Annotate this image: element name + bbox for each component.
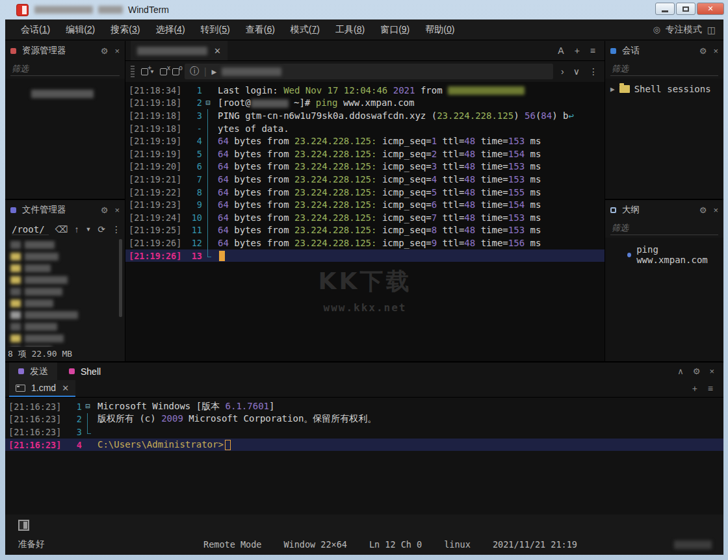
play-icon[interactable]: ▶ (212, 68, 217, 75)
chevron-down-icon[interactable]: ▼ (85, 226, 91, 233)
scrollbar[interactable] (119, 239, 122, 317)
fold-indicator-icon (82, 439, 94, 452)
menu-item-7[interactable]: 模式(7) (283, 24, 328, 36)
line-text: 64 bytes from 23.224.228.125: icmp_seq=2… (214, 149, 541, 159)
file-row[interactable] (5, 251, 125, 262)
menu-item-6[interactable]: 查看(6) (238, 24, 283, 36)
terminal-output[interactable]: KK下载 www.kkx.net [21:18:34]1Last login: … (125, 82, 604, 361)
redacted-file-name (25, 241, 55, 249)
chevron-right-icon[interactable]: › (561, 66, 564, 77)
gear-icon[interactable]: ⚙ (693, 366, 701, 376)
cmd-tab[interactable]: 1.cmd ✕ (9, 380, 75, 397)
drag-handle[interactable] (131, 66, 135, 77)
new-tab-button[interactable]: + (575, 45, 580, 56)
file-list[interactable] (5, 239, 125, 347)
new-tab-button[interactable]: + (692, 383, 697, 394)
close-button[interactable]: ✕ (697, 3, 724, 15)
font-size-button[interactable]: A (558, 45, 564, 56)
refresh-icon[interactable]: ⟳ (98, 224, 105, 235)
line-number: 5 (183, 149, 202, 159)
fold-indicator-icon (202, 84, 214, 97)
maximize-button[interactable] (676, 3, 696, 15)
sessions-filter-input[interactable] (610, 62, 718, 75)
tab-list-button[interactable]: ≡ (708, 383, 713, 394)
redacted-file-name (25, 253, 58, 261)
gear-icon[interactable]: ⚙ (699, 46, 707, 56)
menu-item-3[interactable]: 搜索(3) (103, 24, 148, 36)
gear-icon[interactable]: ⚙ (101, 205, 109, 215)
line-timestamp: [21:19:20] (125, 161, 183, 172)
new-session-button[interactable]: ▼ (141, 68, 155, 75)
file-row[interactable] (5, 333, 125, 344)
gear-icon[interactable]: ⚙ (699, 205, 707, 215)
redacted-text (251, 99, 289, 108)
session-options-button[interactable] (172, 68, 179, 75)
line-text: C:\Users\Administrator> (94, 439, 231, 450)
file-row[interactable] (5, 262, 125, 274)
file-row[interactable] (5, 344, 125, 347)
line-number: 12 (183, 238, 202, 248)
fold-indicator-icon[interactable]: ⊟ (202, 97, 214, 110)
up-directory-icon[interactable]: ↑ (74, 224, 79, 235)
cmd-terminal-output[interactable]: [21:16:23]1⊟Microsoft Windows [版本 6.1.76… (5, 398, 723, 515)
explorer-filter-input[interactable] (10, 62, 120, 75)
file-row[interactable] (5, 298, 125, 309)
line-text: 64 bytes from 23.224.228.125: icmp_seq=8… (214, 225, 541, 235)
backspace-icon[interactable]: ⌫ (55, 224, 68, 235)
menu-item-9[interactable]: 窗口(9) (372, 24, 417, 36)
dock-tab-send[interactable]: 发送 (9, 363, 57, 380)
expand-arrow-icon[interactable]: ▶ (610, 85, 615, 94)
file-row[interactable] (5, 309, 125, 321)
file-row[interactable] (5, 321, 125, 333)
close-icon[interactable]: × (114, 205, 120, 215)
chevron-down-icon[interactable]: ∨ (573, 66, 580, 77)
close-icon[interactable]: × (709, 366, 714, 376)
close-icon[interactable]: × (713, 205, 718, 215)
info-icon[interactable]: ⓘ (190, 66, 199, 77)
menu-item-1[interactable]: 会话(1) (13, 24, 58, 36)
redacted-file-name (25, 346, 52, 347)
more-options-icon[interactable]: ⋮ (589, 66, 598, 77)
terminal-line: [21:19:18]2⊟[root@ ~]# ping www.xmpan.co… (125, 97, 604, 110)
close-session-button[interactable] (160, 68, 167, 75)
tab-list-button[interactable]: ≡ (590, 45, 595, 56)
close-icon[interactable]: × (713, 46, 718, 56)
tab-close-icon[interactable]: ✕ (62, 383, 69, 393)
tab-close-icon[interactable]: ✕ (214, 46, 221, 56)
line-text: 64 bytes from 23.224.228.125: icmp_seq=1… (214, 136, 541, 146)
tree-item-shell-sessions[interactable]: ▶ Shell sessions (605, 79, 723, 94)
focus-mode-icon: ◎ (653, 25, 660, 34)
minimize-button[interactable] (655, 3, 675, 15)
line-timestamp: [21:19:19] (125, 149, 183, 159)
layout-panel-icon[interactable]: ◫ (707, 25, 716, 35)
fold-indicator-icon[interactable]: ⊟ (82, 400, 94, 413)
address-bar[interactable]: ⓘ | ▶ (185, 64, 553, 79)
pane-toggle-icon[interactable] (18, 520, 29, 531)
terminal-tab[interactable]: ✕ (131, 41, 228, 60)
menu-item-5[interactable]: 转到(5) (193, 24, 238, 36)
gear-icon[interactable]: ⚙ (101, 46, 109, 56)
file-icon (10, 335, 21, 342)
explorer-panel-header: 资源管理器 ⚙ × (5, 41, 125, 60)
menu-item-8[interactable]: 工具(8) (328, 24, 372, 36)
title-bar[interactable]: WindTerm ✕ (0, 0, 728, 19)
outline-item-ping[interactable]: ping www.xmpan.com (605, 238, 723, 265)
file-icon (10, 276, 21, 284)
menu-item-2[interactable]: 编辑(2) (58, 24, 103, 36)
file-row[interactable] (5, 274, 125, 286)
file-row[interactable] (5, 239, 125, 251)
file-icon (10, 253, 21, 261)
file-path-input[interactable]: /root/ (12, 224, 49, 235)
more-options-icon[interactable]: ⋮ (112, 224, 121, 235)
menu-item-4[interactable]: 选择(4) (148, 24, 192, 36)
status-item-3: linux (444, 539, 471, 550)
collapse-icon[interactable]: ∧ (677, 366, 684, 376)
terminal-line: [21:19:22]864 bytes from 23.224.228.125:… (125, 186, 604, 199)
focus-mode-button[interactable]: 专注模式 (666, 24, 702, 36)
terminal-line: [21:19:25]1164 bytes from 23.224.228.125… (125, 224, 604, 237)
file-row[interactable] (5, 286, 125, 298)
dock-tab-shell[interactable]: Shell (60, 363, 110, 380)
close-icon[interactable]: × (114, 46, 120, 56)
menu-item-0[interactable]: 帮助(0) (417, 24, 462, 36)
outline-filter-input[interactable] (610, 221, 718, 235)
